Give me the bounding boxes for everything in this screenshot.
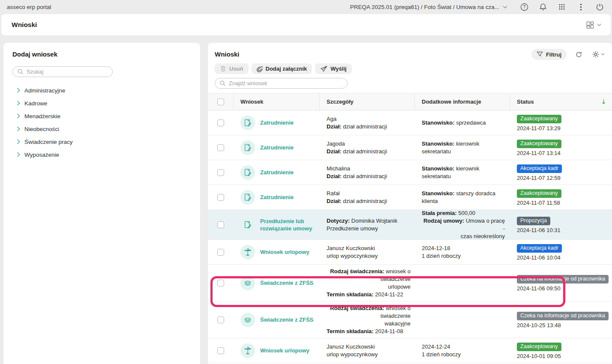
cell-line: Aga	[327, 115, 411, 123]
status-badge: Akceptacja kadr	[517, 164, 562, 173]
status-badge: Zaakceptowany	[517, 140, 561, 148]
cell-line: urlop wypoczynkowy	[327, 252, 411, 260]
sidebar-category-item[interactable]: Administracyjne	[12, 84, 192, 97]
sidebar-search[interactable]	[12, 66, 113, 77]
chevron-right-icon	[17, 126, 20, 131]
sidebar-category-item[interactable]: Kadrowe	[12, 97, 192, 110]
cell-line: 1 dzień roboczy	[422, 351, 505, 358]
cell-line: urlop wypoczynkowy	[327, 351, 411, 358]
details-cell: Rodzaj świadczenia: wniosek o świadczeni…	[320, 304, 415, 335]
table-row[interactable]: Wniosek urlopowy Janusz Kuczkowskiurlop …	[208, 338, 612, 363]
status-date: 2024-10-01 09:05	[517, 353, 612, 359]
status-date: 2024-10-25 13:48	[517, 322, 612, 328]
table-row[interactable]: Przedłużenie lub rozwiązanie umowy Dotyc…	[208, 210, 612, 240]
request-type-link[interactable]: Wniosek urlopowy	[260, 248, 309, 256]
table-row[interactable]: Zatrudnienie RafałDział: dział administr…	[208, 185, 612, 210]
requests-panel: Wnioski Filtruj Usuń	[208, 43, 612, 364]
sidebar-item-label: Kadrowe	[24, 100, 47, 107]
top-bar: asseco erp portal PREQA 2025.01 (preqa61…	[0, 0, 612, 14]
delete-label: Usuń	[229, 66, 243, 72]
cell-line: Rafał	[327, 190, 411, 197]
select-all-checkbox[interactable]	[217, 98, 224, 105]
add-attachment-button[interactable]: Dodaj załącznik	[252, 63, 312, 74]
column-header-szczegoly[interactable]: Szczegóły	[320, 93, 415, 110]
request-type-link[interactable]: Zatrudnienie	[260, 144, 294, 151]
send-button[interactable]: Wyślij	[315, 63, 351, 74]
cell-line: 2024-12-18	[422, 245, 505, 252]
search-icon	[219, 80, 226, 87]
filter-icon	[537, 51, 543, 57]
breadcrumb: PREQA 2025.01 (preqa61) / Foto Świat / U…	[350, 4, 499, 10]
more-icon[interactable]	[574, 2, 587, 12]
filter-label: Filtruj	[546, 51, 561, 58]
row-checkbox[interactable]	[217, 221, 224, 228]
sidebar-category-item[interactable]: Świadczenie pracy	[12, 135, 192, 148]
sidebar-category-item[interactable]: Menadżerskie	[12, 110, 192, 122]
sidebar-search-input[interactable]	[27, 69, 108, 75]
context-breadcrumb[interactable]: PREQA 2025.01 (preqa61) / Foto Świat / U…	[350, 4, 507, 10]
status-date: 2024-11-07 11:58	[517, 200, 612, 206]
status-badge: Czeka na informacje od pracownika	[517, 312, 609, 320]
cell-line: Dział: dział administracji	[327, 148, 411, 155]
filter-button[interactable]: Filtruj	[531, 49, 567, 60]
request-type-link[interactable]: Przedłużenie lub rozwiązanie umowy	[260, 218, 320, 232]
details-cell: AgaDział: dział administracji	[320, 115, 415, 131]
row-checkbox[interactable]	[217, 280, 224, 286]
sidebar-item-label: Nieobecności	[24, 126, 59, 132]
chevron-right-icon	[17, 101, 20, 106]
sidebar-category-item[interactable]: Nieobecności	[12, 122, 192, 135]
table-header: Wniosek Szczegóły Dodatkowe informacje S…	[208, 93, 612, 110]
chevron-right-icon	[17, 152, 20, 157]
row-checkbox[interactable]	[217, 316, 224, 323]
table-row[interactable]: Świadczenie z ZFŚS Rodzaj świadczenia: w…	[208, 301, 612, 338]
status-date: 2024-11-06 09:50	[517, 285, 612, 292]
cell-line: Janusz Kuczkowski	[327, 343, 411, 351]
settings-icon[interactable]	[591, 49, 606, 60]
chevron-down-icon	[597, 24, 601, 26]
request-category-tree: Administracyjne Kadrowe Menadżerskie Nie…	[12, 84, 192, 161]
details-cell: Rodzaj świadczenia: wniosek o świadczeni…	[320, 268, 415, 298]
request-type-link[interactable]: Świadczenie z ZFŚS	[260, 279, 313, 286]
help-icon[interactable]: ?	[518, 2, 531, 12]
request-type-link[interactable]: Zatrudnienie	[260, 169, 294, 176]
table-row[interactable]: Wniosek urlopowy Janusz Kuczkowskiurlop …	[208, 240, 612, 265]
request-type-link[interactable]: Zatrudnienie	[260, 119, 294, 126]
apps-icon[interactable]	[555, 2, 568, 12]
layout-switcher[interactable]	[586, 21, 601, 29]
sidebar-category-item[interactable]: Wyposażenie	[12, 148, 192, 161]
row-checkbox[interactable]	[217, 119, 224, 126]
status-date: 2024-11-06 10:31	[517, 227, 612, 233]
notifications-icon[interactable]	[537, 2, 549, 12]
column-header-dodatkowe[interactable]: Dodatkowe informacje	[415, 93, 510, 110]
app-title: asseco erp portal	[7, 4, 51, 10]
cell-line: Janusz Kuczkowski	[327, 245, 411, 252]
find-request-search[interactable]	[215, 78, 348, 89]
sort-desc-icon[interactable]	[601, 99, 606, 105]
request-type-link[interactable]: Wniosek urlopowy	[260, 347, 309, 354]
row-checkbox[interactable]	[217, 144, 224, 151]
find-request-input[interactable]	[229, 80, 343, 87]
delete-button[interactable]: Usuń	[215, 63, 249, 74]
row-checkbox[interactable]	[217, 347, 224, 354]
power-icon[interactable]	[593, 2, 606, 12]
table-row[interactable]: Zatrudnienie MichalinaDział: dział admin…	[208, 160, 612, 185]
column-header-status[interactable]: Status	[510, 93, 612, 110]
row-checkbox[interactable]	[217, 169, 224, 176]
table-body: Zatrudnienie AgaDział: dział administrac…	[208, 110, 612, 363]
cell-line: Dział: dział administracji	[327, 173, 411, 180]
status-badge: Akceptacja kadr	[517, 244, 562, 253]
contract-icon	[240, 116, 255, 130]
column-header-wniosek[interactable]: Wniosek	[234, 93, 320, 110]
paperclip-icon	[257, 66, 263, 72]
refresh-icon[interactable]	[573, 49, 584, 60]
row-checkbox[interactable]	[217, 249, 224, 256]
row-checkbox[interactable]	[217, 194, 224, 201]
table-row[interactable]: Zatrudnienie AgaDział: dział administrac…	[208, 110, 612, 135]
cell-line: Dotyczy: Dominika Wojtanik	[327, 217, 411, 225]
table-row[interactable]: Zatrudnienie JagodaDział: dział administ…	[208, 135, 612, 160]
request-type-link[interactable]: Zatrudnienie	[260, 194, 294, 201]
cell-line: Michalina	[327, 165, 411, 173]
extra-info-cell: Stała premia: 500,00Rodzaj umowy: Umowa …	[415, 209, 510, 240]
table-row[interactable]: Świadczenie z ZFŚS Rodzaj świadczenia: w…	[208, 265, 612, 301]
request-type-link[interactable]: Świadczenie z ZFŚS	[260, 316, 313, 323]
